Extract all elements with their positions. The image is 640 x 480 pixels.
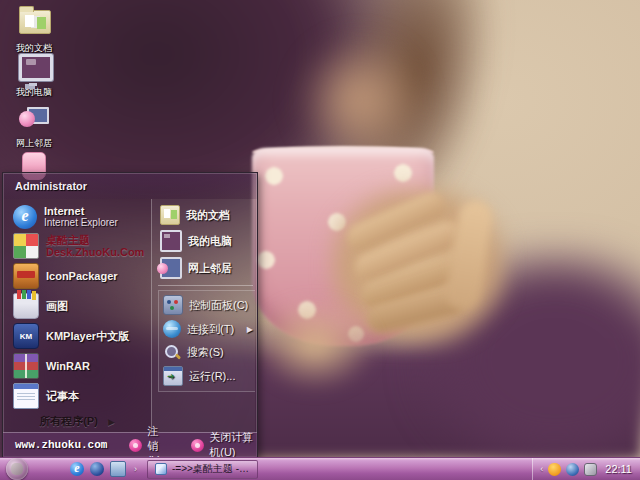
my-documents-icon (19, 10, 51, 34)
submenu-arrow-icon: ▶ (247, 325, 253, 334)
system-tray: ‹ 22:11 (532, 458, 640, 480)
start-button-orb[interactable] (6, 458, 28, 480)
desktop-icon-label: 网上邻居 (2, 137, 66, 150)
start-menu: Administrator Internet Internet Explorer… (2, 172, 258, 458)
start-menu-item-internet[interactable]: Internet Internet Explorer (11, 203, 151, 231)
kmplayer-icon (13, 323, 39, 349)
desktop-screen: 我的文档 我的电脑 网上邻居 Administrator Internet In… (0, 0, 640, 480)
start-menu-right-column: 我的文档 我的电脑 网上邻居 控制面板(C) (151, 199, 255, 433)
desktop-icon-label: 我的电脑 (2, 86, 66, 99)
start-menu-item-paint[interactable]: 画图 (11, 291, 151, 321)
quick-launch-bar: › (70, 461, 137, 477)
start-menu-item-zhuoku-theme[interactable]: 桌酷主题Desk.ZhuoKu.Com (11, 231, 151, 261)
shutdown-button[interactable]: 关闭计算机(U) (191, 430, 257, 460)
start-menu-left-column: Internet Internet Explorer 桌酷主题Desk.Zhuo… (3, 199, 151, 433)
quick-launch-expand-chevron-icon[interactable]: › (134, 464, 137, 474)
start-menu-item-iconpackager[interactable]: IconPackager (11, 261, 151, 291)
qq-messenger-icon[interactable] (548, 463, 561, 476)
start-menu-item-winrar[interactable]: WinRAR (11, 351, 151, 381)
start-menu-item-my-computer[interactable]: 我的电脑 (158, 228, 255, 254)
notepad-icon (13, 383, 39, 409)
network-places-icon (160, 257, 182, 279)
start-menu-item-network-places[interactable]: 网上邻居 (158, 255, 255, 281)
my-computer-icon (160, 230, 182, 252)
internet-explorer-icon (13, 205, 37, 229)
shutdown-icon (191, 439, 204, 452)
my-computer-icon (19, 54, 53, 81)
desktop-icon-my-computer[interactable]: 我的电脑 (2, 52, 66, 99)
wallpaper-left-hand (255, 300, 375, 390)
paint-icon (13, 293, 39, 319)
start-menu-item-connect-to[interactable]: 连接到(T) ▶ (161, 318, 255, 340)
search-icon (163, 343, 181, 361)
start-menu-item-search[interactable]: 搜索(S) (161, 341, 255, 363)
taskbar-task-button[interactable]: -=>>桌酷主题 - Mi... (147, 460, 258, 479)
zhuoku-site-label: www.zhuoku.com (15, 439, 107, 451)
zhuoku-theme-icon (13, 233, 39, 259)
task-button-label: -=>>桌酷主题 - Mi... (172, 462, 250, 476)
network-places-icon (19, 105, 49, 131)
start-menu-item-run[interactable]: 运行(R)... (161, 364, 255, 388)
desktop-icon-my-documents[interactable]: 我的文档 (2, 4, 66, 55)
start-menu-item-my-documents[interactable]: 我的文档 (158, 203, 255, 227)
all-programs-arrow-icon: ▶ (108, 417, 115, 427)
tray-clock[interactable]: 22:11 (605, 463, 632, 475)
desktop-icon-network-places[interactable]: 网上邻居 (2, 105, 66, 150)
quick-launch-ie-icon[interactable] (70, 462, 84, 476)
control-panel-icon (163, 295, 183, 315)
connect-to-icon (163, 320, 181, 338)
iconpackager-icon (13, 263, 39, 289)
start-menu-system-group: 控制面板(C) 连接到(T) ▶ 搜索(S) 运行(R)... (158, 290, 255, 392)
logoff-icon (129, 439, 142, 452)
tray-collapse-chevron-icon[interactable]: ‹ (540, 464, 543, 474)
menu-separator (158, 285, 253, 286)
ime-icon[interactable] (584, 463, 597, 476)
start-menu-username: Administrator (3, 173, 257, 199)
run-icon (163, 366, 183, 386)
start-menu-item-notepad[interactable]: 记事本 (11, 381, 151, 411)
taskbar: › -=>>桌酷主题 - Mi... ‹ 22:11 (0, 457, 640, 480)
my-documents-icon (160, 205, 180, 225)
quick-launch-media-player-icon[interactable] (90, 462, 104, 476)
start-menu-item-kmplayer[interactable]: KMPlayer中文版 (11, 321, 151, 351)
ie-document-icon (155, 463, 167, 475)
winrar-icon (13, 353, 39, 379)
update-ball-icon[interactable] (566, 463, 579, 476)
start-menu-item-control-panel[interactable]: 控制面板(C) (161, 293, 255, 317)
quick-launch-show-desktop-icon[interactable] (110, 461, 126, 477)
start-menu-footer: www.zhuoku.com 注销(L) 关闭计算机(U) (3, 432, 257, 457)
